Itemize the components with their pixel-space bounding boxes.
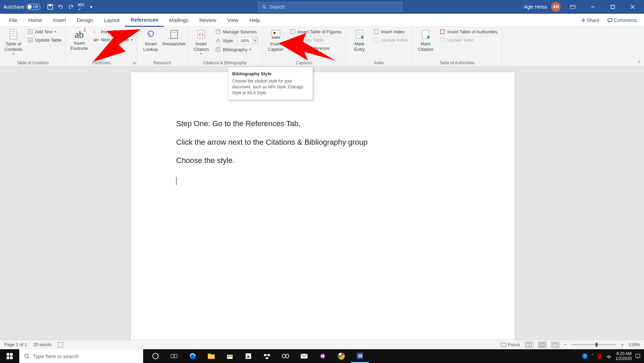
svg-rect-41 xyxy=(440,30,444,34)
svg-marker-65 xyxy=(264,354,267,356)
svg-rect-49 xyxy=(540,343,544,346)
undo-icon[interactable] xyxy=(57,4,64,10)
task-view-icon[interactable] xyxy=(165,349,183,363)
svg-text:+: + xyxy=(29,30,31,34)
svg-point-19 xyxy=(148,31,153,36)
help-icon[interactable]: ? xyxy=(582,353,588,359)
tab-help[interactable]: Help xyxy=(244,14,266,27)
svg-rect-56 xyxy=(174,354,177,358)
zoom-slider[interactable] xyxy=(571,344,616,345)
mark-citation-button[interactable]: Mark Citation xyxy=(415,28,436,53)
share-button[interactable]: Share xyxy=(577,16,603,24)
tooltip-body: Choose the citation style for your docum… xyxy=(232,78,309,96)
autosave-switch[interactable]: Off xyxy=(26,4,40,10)
svg-marker-66 xyxy=(267,354,270,356)
svg-rect-7 xyxy=(611,5,614,9)
add-text-icon: + xyxy=(28,29,33,34)
save-icon[interactable] xyxy=(47,4,53,10)
security-icon[interactable] xyxy=(597,353,602,359)
svg-rect-59 xyxy=(208,353,211,355)
tray-chevron-icon[interactable]: ˄ xyxy=(591,354,593,359)
zoom-level[interactable]: 116% xyxy=(629,342,640,347)
wifi-icon[interactable] xyxy=(606,354,612,359)
focus-mode-button[interactable]: Focus xyxy=(501,342,520,347)
user-avatar[interactable]: AH xyxy=(551,2,561,12)
bibliography-button[interactable]: Bibliography ▾ xyxy=(214,46,259,53)
print-layout-icon[interactable] xyxy=(538,342,546,348)
chrome-icon[interactable] xyxy=(332,349,350,363)
sources-icon xyxy=(215,29,221,34)
title-bar: AutoSave Off abc✓ ▾ Document1 - Word Sea… xyxy=(0,0,644,14)
tab-review[interactable]: Review xyxy=(194,14,222,27)
update-index-button: Update Index xyxy=(372,36,409,43)
qat-customize-icon[interactable]: ▾ xyxy=(88,4,95,10)
bibliography-style-tooltip: Bibliography Style Choose the citation s… xyxy=(228,67,313,100)
svg-rect-75 xyxy=(321,356,325,357)
page-indicator[interactable]: Page 1 of 1 xyxy=(4,342,27,347)
tab-home[interactable]: Home xyxy=(23,14,47,27)
dropbox-icon[interactable] xyxy=(258,349,276,363)
update-icon xyxy=(28,37,33,43)
tab-insert[interactable]: Insert xyxy=(47,14,72,27)
amazon-icon[interactable]: a xyxy=(239,349,257,363)
style-icon xyxy=(215,38,221,43)
tab-view[interactable]: View xyxy=(222,14,244,27)
store-icon[interactable] xyxy=(221,349,239,363)
insert-citation-button[interactable]: (-) Insert Citation ▾ xyxy=(191,28,212,56)
citation-style-select[interactable]: Style: APA ▾ xyxy=(214,36,259,45)
group-research: i Smart Lookup Researcher Research xyxy=(137,27,188,66)
add-text-button[interactable]: + Add Text ▾ xyxy=(26,28,63,35)
edge-icon[interactable] xyxy=(184,349,202,363)
zoom-in-button[interactable]: + xyxy=(621,342,624,347)
update-table-button[interactable]: Update Table xyxy=(26,36,63,43)
search-icon xyxy=(262,4,267,9)
close-icon[interactable] xyxy=(625,0,641,14)
style-dropdown[interactable]: APA ▾ xyxy=(237,37,258,44)
svg-rect-58 xyxy=(208,354,215,359)
start-button[interactable] xyxy=(0,349,19,363)
svg-rect-74 xyxy=(321,355,325,356)
app-icon-1[interactable] xyxy=(277,349,294,363)
notifications-icon[interactable] xyxy=(635,353,641,359)
svg-point-2 xyxy=(262,5,265,8)
collapse-ribbon-icon[interactable]: ⌃ xyxy=(637,60,641,66)
document-line-1: Step One: Go to the References Tab, xyxy=(176,117,469,131)
file-explorer-icon[interactable] xyxy=(202,349,220,363)
insert-toa-button[interactable]: Insert Table of Authorities xyxy=(438,28,499,35)
autosave-toggle[interactable]: AutoSave Off xyxy=(0,4,44,10)
word-count[interactable]: 20 words xyxy=(33,342,52,347)
zoom-out-button[interactable]: − xyxy=(564,342,567,347)
manage-sources-button[interactable]: Manage Sources xyxy=(214,28,259,35)
insert-index-button[interactable]: Insert Index xyxy=(372,28,409,35)
minimize-icon[interactable] xyxy=(585,0,601,14)
mark-entry-button[interactable]: Mark Entry xyxy=(349,28,370,53)
tab-file[interactable]: File xyxy=(3,14,23,27)
chevron-down-icon[interactable]: ▾ xyxy=(252,37,258,44)
slack-icon[interactable] xyxy=(314,349,332,363)
svg-point-36 xyxy=(361,36,364,38)
document-page[interactable]: Step One: Go to the References Tab, Clic… xyxy=(131,72,515,340)
book-icon xyxy=(169,29,180,40)
maximize-icon[interactable] xyxy=(605,0,621,14)
group-label-index: Index xyxy=(349,59,409,66)
ribbon-display-icon[interactable] xyxy=(565,0,581,14)
search-placeholder: Search xyxy=(269,4,285,10)
clock[interactable]: 8:20 AM 1/2/2020 xyxy=(615,351,632,361)
document-area[interactable]: Step One: Go to the References Tab, Clic… xyxy=(0,67,644,340)
spellcheck-icon[interactable]: abc✓ xyxy=(78,4,84,10)
spellcheck-status-icon[interactable] xyxy=(57,342,64,348)
toa-icon xyxy=(440,29,445,34)
cortana-icon[interactable] xyxy=(147,349,164,363)
search-box[interactable]: Search xyxy=(258,2,402,12)
word-icon[interactable]: W xyxy=(351,349,369,363)
researcher-button[interactable]: Researcher xyxy=(163,28,185,47)
svg-text:a: a xyxy=(247,354,250,359)
mail-icon[interactable] xyxy=(295,349,313,363)
tab-mailings[interactable]: Mailings xyxy=(164,14,194,27)
redo-icon[interactable] xyxy=(68,4,74,10)
toc-button[interactable]: Table of Contents ▾ xyxy=(3,28,24,56)
taskbar-search[interactable]: Type here to search xyxy=(19,349,143,363)
read-mode-icon[interactable] xyxy=(525,342,533,348)
comments-button[interactable]: Comments xyxy=(604,16,641,24)
web-layout-icon[interactable] xyxy=(551,342,559,348)
